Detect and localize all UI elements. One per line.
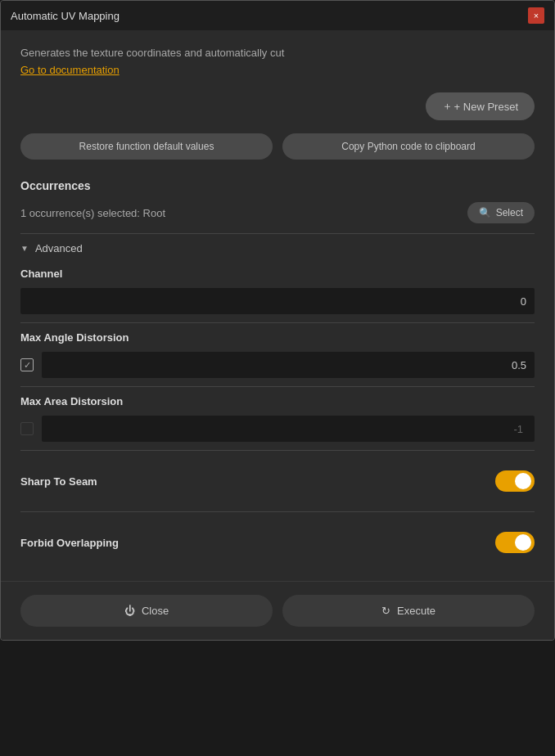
new-preset-label: + New Preset: [454, 101, 518, 113]
occurrence-row: 1 occurrence(s) selected: Root 🔍 Select: [20, 202, 535, 223]
title-bar: Automatic UV Mapping ×: [1, 1, 554, 30]
search-icon: 🔍: [479, 207, 491, 218]
channel-section: Channel 0: [20, 268, 535, 314]
max-angle-label: Max Angle Distorsion: [20, 331, 535, 344]
power-icon: ⏻: [124, 605, 135, 617]
channel-value: 0: [521, 295, 526, 308]
close-button[interactable]: ⏻ Close: [20, 595, 273, 627]
advanced-label: Advanced: [35, 242, 83, 254]
sharp-to-seam-label: Sharp To Seam: [20, 475, 97, 488]
occurrence-text: 1 occurrence(s) selected: Root: [20, 207, 165, 219]
select-button[interactable]: 🔍 Select: [467, 202, 535, 223]
divider-4: [20, 450, 535, 451]
select-label: Select: [496, 207, 523, 218]
max-angle-row: 0.5: [20, 352, 535, 378]
forbid-overlapping-row: Forbid Overlapping: [20, 520, 535, 565]
max-area-label: Max Area Distorsion: [20, 395, 535, 407]
max-angle-value: 0.5: [512, 359, 526, 371]
forbid-overlapping-label: Forbid Overlapping: [20, 537, 119, 549]
max-area-row: -1: [20, 416, 535, 442]
max-angle-section: Max Angle Distorsion 0.5: [20, 331, 535, 378]
sharp-to-seam-toggle[interactable]: [495, 470, 535, 492]
occurrences-section: Occurrences 1 occurrence(s) selected: Ro…: [20, 179, 535, 223]
close-window-button[interactable]: ×: [528, 7, 544, 24]
main-window: Automatic UV Mapping × Generates the tex…: [0, 0, 555, 641]
new-preset-button[interactable]: ＋ + New Preset: [426, 92, 535, 120]
sharp-to-seam-knob: [515, 473, 531, 489]
divider-5: [20, 511, 535, 512]
description-text: Generates the texture coordinates and au…: [20, 47, 535, 59]
restore-defaults-button[interactable]: Restore function default values: [20, 133, 273, 160]
divider-3: [20, 386, 535, 387]
max-area-slider: -1: [42, 416, 535, 442]
forbid-overlapping-toggle[interactable]: [495, 532, 535, 553]
forbid-overlapping-knob: [515, 534, 531, 551]
footer: ⏻ Close ↻ Execute: [1, 581, 554, 640]
plus-icon: ＋: [442, 99, 453, 114]
channel-input-bar[interactable]: 0: [20, 288, 535, 314]
sharp-to-seam-row: Sharp To Seam: [20, 459, 535, 503]
close-label: Close: [142, 605, 169, 617]
chevron-down-icon: ▼: [20, 244, 29, 253]
max-area-checkbox[interactable]: [20, 422, 34, 435]
max-angle-slider[interactable]: 0.5: [42, 352, 535, 378]
max-area-section: Max Area Distorsion -1: [20, 395, 535, 442]
preset-row: ＋ + New Preset: [20, 92, 535, 120]
window-title: Automatic UV Mapping: [11, 10, 120, 22]
max-angle-checkbox[interactable]: [20, 358, 34, 371]
channel-label: Channel: [20, 268, 535, 280]
copy-python-button[interactable]: Copy Python code to clipboard: [282, 133, 535, 160]
actions-row: Restore function default values Copy Pyt…: [20, 133, 535, 160]
max-area-value: -1: [513, 423, 526, 435]
advanced-toggle[interactable]: ▼ Advanced: [20, 242, 535, 254]
refresh-icon: ↻: [381, 605, 390, 617]
occurrences-title: Occurrences: [20, 179, 535, 192]
divider-2: [20, 322, 535, 323]
execute-button[interactable]: ↻ Execute: [282, 595, 535, 627]
divider-1: [20, 233, 535, 234]
content-area: Generates the texture coordinates and au…: [1, 30, 554, 581]
execute-label: Execute: [397, 605, 435, 617]
doc-link[interactable]: Go to documentation: [20, 64, 120, 76]
